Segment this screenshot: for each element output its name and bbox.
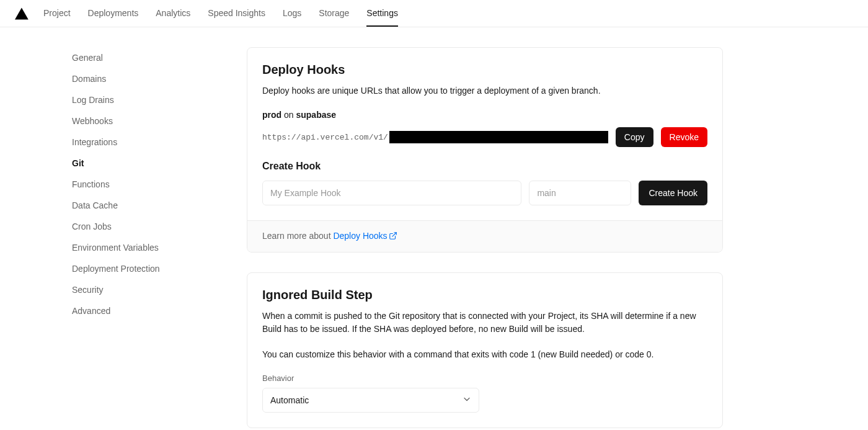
ignored-build-step-card: Ignored Build Step When a commit is push… <box>247 272 723 428</box>
ignored-build-step-title: Ignored Build Step <box>262 288 707 302</box>
nav-tab-analytics[interactable]: Analytics <box>156 0 190 27</box>
create-hook-row: Create Hook <box>262 181 707 205</box>
sidebar-item-integrations[interactable]: Integrations <box>72 132 174 153</box>
ignored-build-step-p1: When a commit is pushed to the Git repos… <box>262 310 707 336</box>
nav-tab-storage[interactable]: Storage <box>319 0 349 27</box>
hook-url-prefix: https://api.vercel.com/v1/ <box>262 133 388 142</box>
revoke-button[interactable]: Revoke <box>661 127 707 147</box>
sidebar-item-advanced[interactable]: Advanced <box>72 300 174 321</box>
sidebar-item-functions[interactable]: Functions <box>72 174 174 195</box>
sidebar-item-log-drains[interactable]: Log Drains <box>72 89 174 110</box>
sidebar-item-security[interactable]: Security <box>72 279 174 300</box>
deploy-hooks-card: Deploy Hooks Deploy hooks are unique URL… <box>247 47 723 253</box>
nav-tab-logs[interactable]: Logs <box>283 0 301 27</box>
behavior-label: Behavior <box>262 374 707 383</box>
sidebar-item-data-cache[interactable]: Data Cache <box>72 195 174 216</box>
footer-prefix: Learn more about <box>262 231 333 241</box>
behavior-select[interactable]: Automatic <box>262 388 479 413</box>
sidebar-item-general[interactable]: General <box>72 47 174 68</box>
deploy-hooks-learn-more-link[interactable]: Deploy Hooks <box>333 231 397 241</box>
external-link-icon <box>389 231 397 242</box>
hook-label: prod on supabase <box>262 110 707 120</box>
hook-url: https://api.vercel.com/v1/ <box>262 131 608 143</box>
copy-button[interactable]: Copy <box>616 127 653 147</box>
behavior-select-wrapper: Automatic <box>262 388 479 413</box>
create-hook-button[interactable]: Create Hook <box>639 181 707 205</box>
logo[interactable] <box>15 7 29 20</box>
svg-line-0 <box>392 233 396 236</box>
hook-name-input[interactable] <box>262 181 521 205</box>
sidebar-item-deployment-protection[interactable]: Deployment Protection <box>72 258 174 279</box>
deploy-hooks-description: Deploy hooks are unique URLs that allow … <box>262 84 707 97</box>
sidebar-item-environment-variables[interactable]: Environment Variables <box>72 237 174 258</box>
nav-tab-speed-insights[interactable]: Speed Insights <box>208 0 265 27</box>
page-content: General Domains Log Drains Webhooks Inte… <box>0 27 868 430</box>
nav-tabs: Project Deployments Analytics Speed Insi… <box>43 0 398 27</box>
nav-tab-deployments[interactable]: Deployments <box>88 0 139 27</box>
create-hook-title: Create Hook <box>262 161 707 172</box>
hook-branch-input[interactable] <box>529 181 631 205</box>
hook-url-redacted <box>389 131 608 143</box>
hook-url-row: https://api.vercel.com/v1/ Copy Revoke <box>262 127 707 147</box>
sidebar-item-domains[interactable]: Domains <box>72 68 174 89</box>
hook-name: prod <box>262 110 281 120</box>
hook-repo: supabase <box>296 110 336 120</box>
sidebar-item-git[interactable]: Git <box>72 153 174 174</box>
deploy-hooks-body: Deploy Hooks Deploy hooks are unique URL… <box>247 48 722 220</box>
ignored-build-step-p2: You can customize this behavior with a c… <box>262 348 707 361</box>
ignored-build-step-body: Ignored Build Step When a commit is push… <box>247 273 722 428</box>
deploy-hooks-footer: Learn more about Deploy Hooks <box>247 220 722 252</box>
nav-tab-settings[interactable]: Settings <box>366 0 398 27</box>
main-content: Deploy Hooks Deploy hooks are unique URL… <box>174 47 795 430</box>
settings-sidebar: General Domains Log Drains Webhooks Inte… <box>0 47 174 430</box>
sidebar-item-webhooks[interactable]: Webhooks <box>72 110 174 132</box>
sidebar-item-cron-jobs[interactable]: Cron Jobs <box>72 216 174 237</box>
nav-tab-project[interactable]: Project <box>43 0 71 27</box>
hook-on-word: on <box>284 110 294 120</box>
triangle-logo-icon <box>15 7 29 20</box>
deploy-hooks-title: Deploy Hooks <box>262 63 707 77</box>
topbar: Project Deployments Analytics Speed Insi… <box>0 0 868 27</box>
